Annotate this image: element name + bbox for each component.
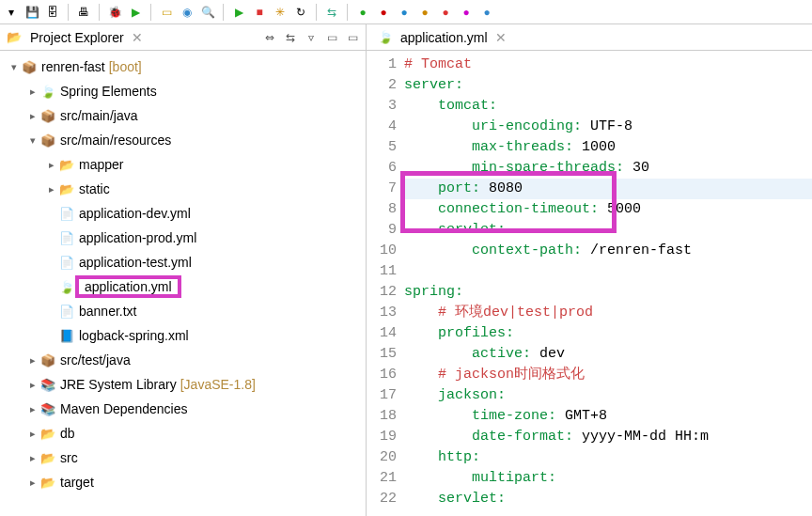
search-icon[interactable]: 🔍 (200, 5, 215, 20)
focus-icon[interactable]: ▿ (304, 30, 319, 45)
code-line[interactable]: jackson: (404, 385, 812, 406)
code-line[interactable]: servlet: (404, 489, 812, 509)
tree-item[interactable]: 📦src/test/java (6, 348, 366, 372)
tree-item[interactable]: 📄application-dev.yml (6, 201, 366, 226)
code-line[interactable]: # jackson时间格式化 (404, 365, 812, 385)
link-editor-icon[interactable]: ⇆ (283, 30, 298, 45)
code-line[interactable]: time-zone: GMT+8 (404, 406, 812, 427)
expand-icon[interactable] (26, 379, 39, 391)
expand-icon[interactable] (26, 86, 39, 98)
code-line[interactable]: servlet: (404, 220, 812, 241)
code-token (404, 429, 472, 445)
ext-tool-icon[interactable]: ● (397, 5, 412, 20)
file-icon: 📄 (58, 254, 75, 271)
expand-icon[interactable] (26, 110, 39, 122)
code-line[interactable]: profiles: (404, 323, 812, 344)
tree-root[interactable]: 📦 renren-fast [boot] (6, 55, 366, 79)
breakpoint-icon[interactable]: ● (438, 5, 453, 20)
sync-icon[interactable]: ⇆ (324, 5, 339, 20)
tree-item[interactable]: 🍃Spring Elements (6, 79, 366, 103)
package-icon[interactable]: ▭ (159, 5, 174, 20)
code-line[interactable]: http: (404, 447, 812, 468)
nav-fwd-icon[interactable]: ● (479, 5, 494, 20)
code-editor[interactable]: 12345678910111213141516171819202122 # To… (367, 51, 812, 516)
print-icon[interactable]: 🖶 (76, 5, 91, 20)
minimize-icon[interactable]: ▭ (345, 30, 360, 45)
run-green-icon[interactable]: ▶ (231, 5, 246, 20)
tree-item[interactable]: 📂mapper (6, 152, 366, 177)
code-line[interactable]: port: 8080 (404, 179, 812, 199)
editor-gutter: 12345678910111213141516171819202122 (367, 51, 400, 516)
tree-item[interactable]: 📄application-prod.yml (6, 226, 366, 250)
debug-icon[interactable]: 🐞 (107, 5, 122, 20)
code-token: uri-encoding: (472, 118, 582, 134)
code-line[interactable] (404, 261, 812, 282)
view-menu-icon[interactable]: ▭ (324, 30, 339, 45)
run-config-icon[interactable]: ● (355, 5, 370, 20)
tree-item[interactable]: 📂target (6, 470, 366, 494)
tree-item[interactable]: 📚Maven Dependencies (6, 397, 366, 421)
tree-item-label: Maven Dependencies (60, 401, 187, 416)
code-token: # jackson时间格式化 (438, 367, 585, 383)
expand-icon[interactable] (26, 452, 39, 464)
tree-item-label: src/test/java (60, 352, 131, 367)
project-tree[interactable]: 📦 renren-fast [boot] 🍃Spring Elements📦sr… (0, 51, 366, 516)
editor-pane: 🍃 application.yml ✕ 12345678910111213141… (367, 24, 812, 516)
tree-item-label: application.yml (85, 279, 172, 294)
tree-item[interactable]: 📂src (6, 446, 366, 470)
code-line[interactable]: server: (404, 75, 812, 96)
code-line[interactable]: active: dev (404, 344, 812, 365)
tree-item[interactable]: 📘logback-spring.xml (6, 323, 366, 348)
type-icon[interactable]: ◉ (180, 5, 195, 20)
code-line[interactable]: connection-timeout: 5000 (404, 199, 812, 220)
ant-icon[interactable]: ✳ (273, 5, 288, 20)
coverage-icon[interactable]: ● (417, 5, 432, 20)
expand-icon[interactable] (8, 61, 21, 73)
code-line[interactable]: uri-encoding: UTF-8 (404, 117, 812, 137)
tree-item[interactable]: 📚JRE System Library[JavaSE-1.8] (6, 372, 366, 397)
tree-item-label: logback-spring.xml (79, 328, 189, 343)
expand-icon[interactable] (26, 354, 39, 367)
code-line[interactable]: context-path: /renren-fast (404, 241, 812, 261)
tree-item[interactable]: 📄banner.txt (6, 299, 366, 323)
expand-icon[interactable] (26, 428, 39, 440)
expand-icon[interactable] (26, 477, 39, 489)
code-token: profiles: (438, 325, 514, 341)
code-line[interactable]: date-format: yyyy-MM-dd HH:m (404, 427, 812, 447)
yml-file-icon: 🍃 (378, 30, 393, 45)
code-line[interactable]: min-spare-threads: 30 (404, 158, 812, 179)
gutter-line: 7 (367, 179, 397, 199)
run-icon[interactable]: ▶ (128, 5, 143, 20)
tree-item[interactable]: 📂db (6, 421, 366, 446)
code-line[interactable]: # 环境dev|test|prod (404, 303, 812, 323)
code-line[interactable]: # Tomcat (404, 55, 812, 75)
code-line[interactable]: multipart: (404, 468, 812, 489)
debug-config-icon[interactable]: ● (376, 5, 391, 20)
collapse-all-icon[interactable]: ⇔ (262, 30, 277, 45)
code-token: tomcat: (438, 98, 497, 114)
explorer-close-icon[interactable]: ✕ (128, 30, 147, 45)
toolbar-dropdown-icon[interactable]: ▾ (4, 5, 19, 20)
tree-item[interactable]: 🍃application.yml (6, 274, 366, 299)
stop-icon[interactable]: ■ (252, 5, 267, 20)
code-line[interactable]: tomcat: (404, 96, 812, 117)
expand-icon[interactable] (45, 183, 58, 195)
code-line[interactable]: max-threads: 1000 (404, 137, 812, 158)
editor-code[interactable]: # Tomcatserver: tomcat: uri-encoding: UT… (400, 51, 812, 516)
code-line[interactable]: spring: (404, 282, 812, 303)
close-tab-icon[interactable]: ✕ (495, 30, 507, 45)
save-all-icon[interactable]: 🗄 (45, 5, 60, 20)
expand-icon[interactable] (45, 159, 58, 171)
tree-item[interactable]: 📦src/main/resources (6, 128, 366, 152)
tree-item[interactable]: 📂static (6, 177, 366, 201)
toolbar-separator (316, 4, 317, 21)
editor-tab-application-yml[interactable]: 🍃 application.yml ✕ (370, 30, 514, 45)
task-icon[interactable]: ● (459, 5, 474, 20)
expand-icon[interactable] (26, 134, 39, 147)
tree-item[interactable]: 📄application-test.yml (6, 250, 366, 274)
expand-icon[interactable] (26, 403, 39, 415)
refresh-icon[interactable]: ↻ (293, 5, 308, 20)
tree-item-label: mapper (79, 157, 123, 172)
tree-item[interactable]: 📦src/main/java (6, 103, 366, 128)
save-icon[interactable]: 💾 (24, 5, 39, 20)
